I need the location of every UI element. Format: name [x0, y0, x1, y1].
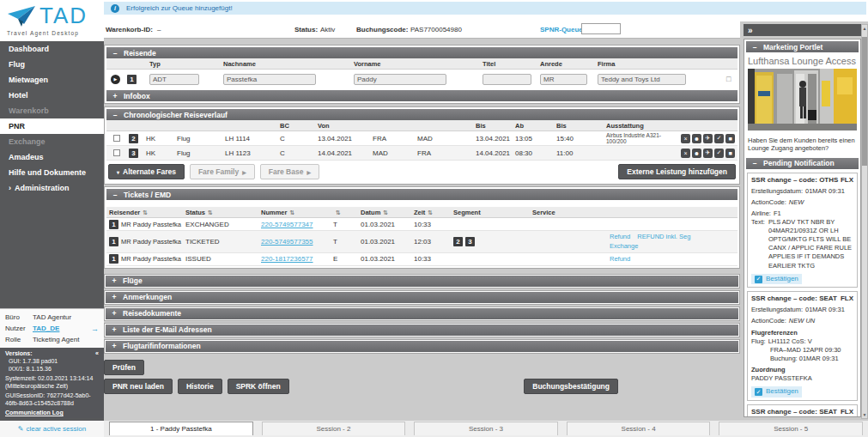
tickets-section-header[interactable]: – Tickets / EMD: [106, 189, 737, 200]
col-ab: Ab: [515, 122, 556, 130]
departure-time: 08:30: [515, 149, 556, 157]
ssr-header: SSR change – code: SEAT: [751, 408, 837, 417]
confirm-icon[interactable]: ✓: [714, 134, 724, 143]
sidebar-item-hilfe[interactable]: Hilfe und Dokumente: [0, 165, 104, 180]
nutzer-link[interactable]: TAD_DE: [33, 325, 59, 332]
session-tab-2[interactable]: Session - 2: [262, 422, 406, 435]
email-liste-section-header[interactable]: + Liste der E-Mail Adressen: [106, 325, 738, 336]
expand-row-icon[interactable]: ▶: [111, 75, 120, 84]
scrollbar-thumb[interactable]: [862, 37, 867, 166]
info-icon: i: [111, 4, 119, 13]
externe-leistung-button[interactable]: Externe Leistung hinzufügen: [618, 164, 736, 179]
segment-number-badge: 3: [129, 149, 138, 158]
session-tab-5[interactable]: Session - 5: [719, 422, 863, 435]
bestaetigen-button[interactable]: ✓ Bestätigen: [751, 386, 802, 398]
bestaetigen-button[interactable]: ✓ Bestätigen: [751, 274, 802, 285]
refund-link[interactable]: Refund: [610, 255, 630, 263]
segment-row: 3 HK Flug LH 1123 C 14.04.2021 MAD FRA 1…: [106, 146, 737, 161]
zuordnung-value: PADDY PASSTEFKA: [751, 374, 853, 383]
sidebar-item-amadeus[interactable]: Amadeus: [0, 149, 104, 165]
arrival-time: 15:40: [556, 135, 606, 143]
clear-active-session-link[interactable]: ✎ clear active session: [0, 421, 104, 437]
passenger-icon[interactable]: ☻: [692, 134, 701, 143]
pending-section-header[interactable]: – Pending Notification: [746, 158, 859, 169]
vertical-scrollbar[interactable]: ▲ ▼: [861, 24, 868, 419]
passenger-number-badge: 1: [109, 237, 118, 246]
marketing-section-header[interactable]: – Marketing Portlet: [746, 41, 859, 52]
remove-icon[interactable]: ×: [681, 149, 690, 158]
infobox-section-header[interactable]: + Infobox: [106, 90, 737, 101]
copy-icon[interactable]: □: [726, 75, 737, 83]
sidebar-item-administration[interactable]: › Administration: [0, 180, 104, 196]
segment-ref-badge: 2: [453, 237, 463, 246]
communication-log-link[interactable]: Communication Log: [5, 410, 64, 417]
pnr-neu-laden-button[interactable]: PNR neu laden: [104, 379, 173, 394]
pruefen-button[interactable]: Prüfen: [104, 360, 144, 375]
flight-info-icon[interactable]: ✈: [703, 149, 713, 158]
anmerkungen-section-header[interactable]: + Anmerkungen: [106, 292, 738, 303]
ticket-number-link[interactable]: 220-5749577347: [261, 221, 333, 228]
reisende-section-header[interactable]: – Reisende: [106, 47, 737, 58]
email-liste-panel: + Liste der E-Mail Adressen: [104, 323, 740, 337]
sort-icon[interactable]: ⇅: [208, 209, 213, 215]
remove-icon[interactable]: ×: [681, 134, 690, 143]
ixx-version: iXX/1: 8.1.15.36: [5, 366, 99, 373]
passenger-icon[interactable]: ☻: [692, 149, 701, 158]
infobox-section-title: Infobox: [124, 92, 150, 100]
refund-link[interactable]: Refund: [610, 233, 630, 240]
baggage-icon[interactable]: ■: [725, 134, 735, 143]
panel-expand-bar[interactable]: »: [744, 24, 861, 36]
sidebar-item-flug[interactable]: Flug: [0, 57, 104, 72]
segment-checkbox[interactable]: [113, 135, 120, 142]
arrival-time: 11:00: [556, 149, 606, 157]
fare-base-button[interactable]: Fare Base ▶: [260, 164, 319, 179]
refund-inkl-seg-link[interactable]: REFUND inkl. Seg: [637, 233, 690, 240]
sidebar-item-mietwagen[interactable]: Mietwagen: [0, 72, 104, 88]
booking-class: C: [280, 135, 318, 143]
segment-checkbox[interactable]: [113, 149, 120, 156]
pending-section-title: Pending Notification: [763, 159, 835, 167]
sort-icon[interactable]: ⇅: [383, 209, 388, 215]
historie-button[interactable]: Historie: [178, 379, 222, 394]
session-tab-3[interactable]: Session - 3: [414, 422, 558, 435]
logout-icon[interactable]: →: [91, 325, 99, 333]
spnr-queue-input[interactable]: [581, 23, 621, 34]
notification-text: Erfolgreich zur Queue hinzugefügt!: [126, 4, 233, 12]
flight-info-icon[interactable]: ✈: [703, 134, 713, 143]
typ-field[interactable]: ADT: [149, 74, 199, 85]
sprk-oeffnen-button[interactable]: SPRK öffnen: [228, 379, 289, 394]
anrede-field[interactable]: MR: [540, 74, 587, 85]
titel-field[interactable]: [483, 74, 531, 85]
fare-family-button[interactable]: Fare Family ▶: [190, 164, 255, 179]
firma-field[interactable]: Teddy and Toys Ltd: [598, 74, 686, 85]
sort-icon[interactable]: ⇅: [336, 209, 341, 215]
collapse-left-icon[interactable]: «: [95, 350, 99, 358]
paper-plane-icon: [7, 5, 36, 27]
confirm-icon[interactable]: ✓: [714, 149, 724, 158]
flugtarif-section-header[interactable]: + Flugtarifinformationen: [106, 341, 738, 352]
vorname-field[interactable]: Paddy: [354, 74, 446, 85]
ticket-number-link[interactable]: 220-5749577355: [261, 238, 333, 246]
col-von: Von: [318, 122, 373, 130]
sidebar-item-pnr[interactable]: PNR: [0, 118, 104, 134]
session-tab-1[interactable]: 1 - Paddy Passtefka: [109, 422, 253, 435]
reisedokumente-section-header[interactable]: + Reisedokumente: [106, 308, 738, 319]
session-tab-4[interactable]: Session - 4: [567, 422, 711, 435]
sort-icon[interactable]: ⇅: [428, 209, 433, 215]
reiseverlauf-section-header[interactable]: – Chronologischer Reiseverlauf: [106, 109, 737, 120]
exchange-link[interactable]: Exchange: [610, 242, 638, 250]
sort-icon[interactable]: ⇅: [143, 209, 148, 215]
buchungsbestaetigung-button[interactable]: Buchungsbestätigung: [524, 379, 618, 394]
alternate-fares-button[interactable]: ▾ Alternate Fares: [108, 164, 185, 179]
fluege-section-header[interactable]: + Flüge: [106, 276, 738, 287]
sidebar-item-hotel[interactable]: Hotel: [0, 88, 104, 103]
nachname-field[interactable]: Passtefka: [223, 74, 316, 85]
ticket-number-link[interactable]: 220-1817236577: [261, 255, 333, 263]
sidebar-item-dashboard[interactable]: Dashboard: [0, 41, 104, 57]
sort-icon[interactable]: ⇅: [289, 209, 294, 215]
scroll-up-icon[interactable]: ▲: [862, 26, 867, 31]
baggage-icon[interactable]: ■: [725, 149, 735, 158]
scroll-down-icon[interactable]: ▼: [862, 412, 867, 417]
status-value: Aktiv: [320, 26, 335, 33]
reisende-section-title: Reisende: [124, 49, 156, 58]
